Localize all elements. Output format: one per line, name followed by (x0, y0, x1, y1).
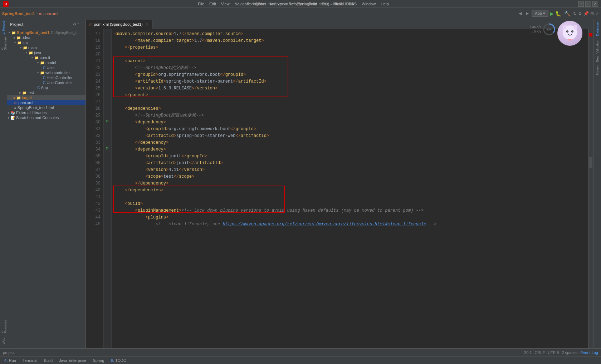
favorites-sidebar-toggle[interactable]: 2: Favorites (0, 319, 7, 333)
hello-label: HelloController (47, 75, 73, 80)
target-folder-icon: 📁 (16, 96, 21, 100)
statusbar: project 20:1 CRLF UTF-8 2 spaces Event L… (0, 348, 601, 356)
project-header-icons: ⚙ ≡ − (73, 22, 83, 26)
menu-window[interactable]: Window (360, 1, 378, 7)
usercontroller-label: UserController (47, 80, 72, 85)
editor-tab-pom[interactable]: m pom.xml (SpringBoot_test1) ✕ (86, 20, 152, 29)
menu-file[interactable]: File (196, 1, 206, 7)
event-log[interactable]: Event Log (580, 350, 598, 355)
svg-point-7 (572, 31, 573, 31)
root-label: SpringBoot_test1 (17, 30, 50, 35)
scroll-thumb[interactable] (589, 157, 592, 168)
tab-xml-icon: m (89, 23, 92, 26)
run-tab-label: Run (9, 358, 16, 363)
upload-stat: ↑ 35 K/s (529, 25, 541, 29)
minimize-button[interactable]: ─ (578, 1, 584, 7)
build-button[interactable]: 🔨 (563, 11, 572, 16)
tab-close-icon[interactable]: ✕ (146, 23, 148, 26)
menu-edit[interactable]: Edit (207, 1, 218, 7)
tree-external-libs[interactable]: ▶ 📚 External Libraries (7, 110, 85, 115)
terminal-label: Terminal (23, 358, 38, 363)
maximize-button[interactable]: □ (585, 1, 591, 7)
tree-scratches[interactable]: ▶ 📝 Scratches and Consoles (7, 115, 85, 120)
build-label: Build (44, 358, 53, 363)
run-button[interactable]: ▶ (550, 11, 554, 16)
spring-tab[interactable]: Spring (90, 358, 107, 363)
code-content-area[interactable]: <maven.compiler.source>1.7</maven.compil… (112, 29, 588, 348)
tree-main[interactable]: ▼ 📁 main (7, 45, 85, 50)
svg-point-9 (574, 25, 577, 30)
tree-idea[interactable]: ▶ 📁 .idea (7, 35, 85, 40)
layout-icon[interactable]: ⊞ (590, 11, 594, 16)
code-lines[interactable]: <maven.compiler.source>1.7</maven.compil… (112, 29, 588, 229)
build-tab[interactable]: Build (41, 358, 55, 363)
editor-area: m pom.xml (SpringBoot_test1) ✕ ↑ 35 K/s … (86, 19, 593, 348)
project-label: SpringBoot_test1 (2, 11, 35, 16)
project-panel-title: Project (10, 22, 72, 26)
nav-forward-icon[interactable]: ▶ (524, 11, 530, 16)
tree-target[interactable]: ▶ 📁 target (7, 95, 85, 100)
collapse-icon[interactable]: − (80, 22, 83, 26)
statusbar-left: project (3, 350, 15, 355)
indent-setting[interactable]: 2 spaces (562, 350, 577, 355)
close-button[interactable]: ✕ (592, 1, 598, 7)
settings-icon[interactable]: ⚙ (578, 11, 582, 16)
line-gutter: ⚙ ⚙ (104, 29, 112, 348)
pom-label: pom.xml (18, 100, 33, 105)
structure-sidebar-toggle[interactable]: 2: Structure (0, 36, 7, 50)
tree-comit[interactable]: ▼ 📁 com.it (7, 55, 85, 60)
test-folder-icon: 📁 (22, 91, 26, 95)
todo-label: TODO (115, 358, 127, 363)
bottom-toolbar: 4: Run Terminal Build Java Enterprise Sp… (0, 356, 601, 364)
expand-icon[interactable]: ⤢ (595, 11, 599, 16)
menu-view[interactable]: View (219, 1, 232, 7)
encoding: UTF-8 (548, 350, 559, 355)
database-panel-toggle[interactable]: Database (595, 21, 600, 38)
tree-user[interactable]: C User (7, 65, 85, 70)
tree-pomxml[interactable]: m pom.xml (7, 100, 85, 105)
right-sidebar: Database Bean Validation Maven (593, 19, 601, 348)
pin-icon[interactable]: 📌 (583, 11, 589, 16)
tree-iml[interactable]: ≡ SpringBoot_test1.iml (7, 105, 85, 110)
nav-back-icon[interactable]: ◀ (517, 11, 523, 16)
tree-app[interactable]: C App (7, 85, 85, 90)
pom-xml-icon: m (14, 101, 17, 105)
tree-root[interactable]: ▼ 📁 SpringBoot_test1 D:\SpringBoot_t... (7, 30, 85, 35)
tree-hello[interactable]: C HelloController (7, 75, 85, 80)
app-selector[interactable]: App ▾ (532, 10, 548, 17)
maven-panel-toggle[interactable]: Maven (595, 64, 600, 77)
terminal-tab[interactable]: Terminal (20, 358, 40, 363)
progress-stats: ↑ 35 K/s ↓ 0 K/s (529, 25, 541, 34)
root-path: D:\SpringBoot_t... (51, 31, 79, 35)
hello-java-icon: C (43, 76, 45, 80)
tree-usercontroller[interactable]: C UserController (7, 80, 85, 85)
run-panel-tab[interactable]: 4: Run (1, 358, 19, 363)
line-ending: CRLF (535, 350, 545, 355)
sync-icon[interactable]: ↻ (573, 11, 577, 16)
gutter-run-30[interactable]: ⚙ (104, 118, 110, 124)
editor-scrollbar[interactable] (588, 29, 593, 348)
menu-help[interactable]: Help (378, 1, 391, 7)
tree-src[interactable]: ▼ 📁 src (7, 40, 85, 45)
settings2-icon[interactable]: ≡ (77, 22, 79, 26)
gear-icon[interactable]: ⚙ (73, 22, 76, 26)
debug-button[interactable]: 🐛 (555, 11, 561, 16)
bean-validation-toggle[interactable]: Bean Validation (595, 38, 600, 63)
comit-label: com.it (40, 55, 50, 60)
titlebar-title: SpringBoot_test1 - pom.xml (SpringBoot_t… (247, 2, 354, 6)
usercontroller-java-icon: C (43, 81, 45, 85)
tree-test[interactable]: ▶ 📁 test (7, 90, 85, 95)
tree-webcontroller[interactable]: ▼ 📁 web.controller (7, 70, 85, 75)
todo-tab[interactable]: 6: TODO (108, 358, 129, 363)
web-sidebar-toggle[interactable]: Web (0, 334, 7, 348)
app-icon: IJ (3, 1, 9, 7)
tree-model[interactable]: ▼ 📁 model (7, 60, 85, 65)
gutter-run-34[interactable]: ⚙ (104, 145, 110, 152)
project-sidebar-toggle[interactable]: 1: Project (0, 21, 7, 35)
src-label: src (23, 40, 28, 45)
left-sidebar: 1: Project 2: Structure 2: Favorites Web (0, 19, 7, 348)
main-folder-icon: 📁 (23, 46, 27, 50)
java-enterprise-tab[interactable]: Java Enterprise (56, 358, 89, 363)
web-label: web.controller (45, 70, 70, 75)
tree-java[interactable]: ▼ 📁 java (7, 50, 85, 55)
